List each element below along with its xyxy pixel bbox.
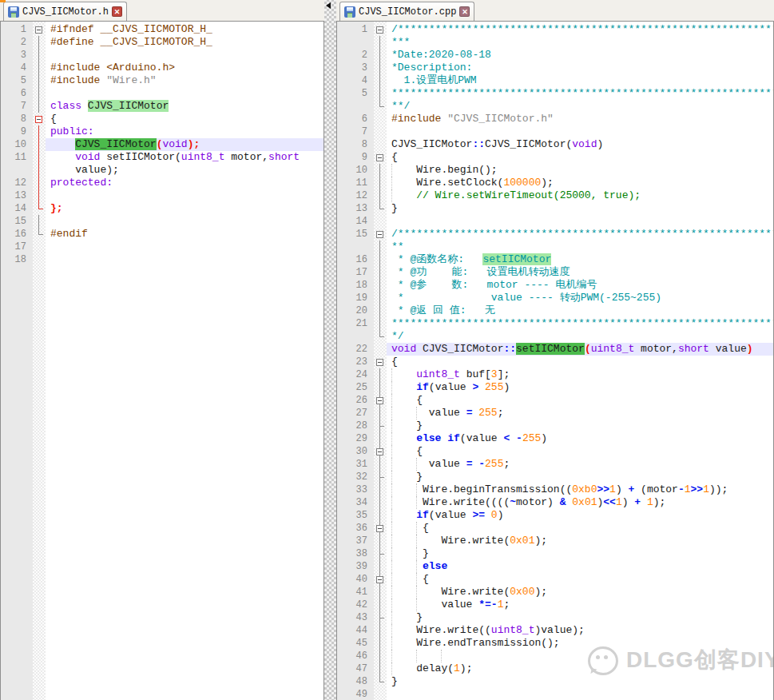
code-row[interactable]: 20 * @返 回 值: 无 (337, 304, 773, 317)
code-row[interactable]: 6#include "CJVS_IICMotor.h" (337, 113, 773, 125)
line-number[interactable]: 4 (1, 62, 33, 74)
line-number[interactable]: 20 (337, 304, 374, 317)
code-row[interactable]: 7 (337, 125, 773, 138)
code-line-text[interactable]: value = 255; (387, 407, 773, 420)
code-line-text[interactable]: */ (387, 330, 773, 343)
line-number[interactable]: 23 (337, 356, 374, 368)
code-row[interactable]: 18 (1, 253, 323, 266)
code-line-text[interactable]: Wire.setClock(100000); (387, 177, 773, 189)
line-number[interactable] (337, 241, 374, 253)
code-line-text[interactable]: 1.设置电机PWM (387, 74, 773, 87)
code-row[interactable]: 29 else if(value < -255) (337, 432, 773, 445)
line-number[interactable]: 14 (1, 202, 33, 215)
code-row[interactable]: 13} (337, 202, 773, 215)
line-number[interactable]: 16 (337, 253, 374, 266)
code-line-text[interactable]: /***************************************… (387, 23, 773, 36)
close-tab-icon[interactable]: ✕ (112, 6, 122, 17)
line-number[interactable]: 17 (1, 241, 33, 253)
line-number[interactable]: 18 (337, 279, 374, 292)
code-row[interactable]: 9{ (337, 151, 773, 164)
code-line-text[interactable]: } (387, 675, 773, 688)
line-number[interactable]: 15 (337, 228, 374, 241)
code-line-text[interactable]: Wire.begin(); (387, 164, 773, 177)
code-row[interactable]: 14}; (1, 202, 323, 215)
code-line-text[interactable]: // Wire.setWireTimeout(25000, true); (387, 189, 773, 202)
line-number[interactable]: 28 (337, 420, 374, 432)
line-number[interactable]: 3 (337, 62, 374, 74)
line-number[interactable]: 32 (337, 471, 374, 483)
code-line-text[interactable]: value = -255; (387, 458, 773, 471)
code-row[interactable]: 17 (1, 241, 323, 253)
line-number[interactable] (1, 164, 33, 177)
line-number[interactable]: 18 (1, 253, 33, 266)
fold-toggle-icon[interactable] (376, 26, 383, 34)
line-number[interactable]: 8 (337, 138, 374, 151)
code-area[interactable]: 1/**************************************… (337, 23, 773, 700)
line-number[interactable]: 5 (1, 74, 33, 87)
line-number[interactable]: 12 (1, 177, 33, 189)
code-row[interactable]: 14 (337, 215, 773, 228)
line-number[interactable]: 39 (337, 560, 374, 573)
line-number[interactable]: 17 (337, 266, 374, 279)
code-line-text[interactable] (46, 241, 323, 253)
line-number[interactable]: 1 (337, 23, 374, 36)
line-number[interactable]: 35 (337, 509, 374, 522)
line-number[interactable]: 12 (337, 189, 374, 202)
line-number[interactable]: 27 (337, 407, 374, 420)
line-number[interactable]: 46 (337, 650, 374, 662)
line-number[interactable]: 2 (337, 49, 374, 62)
code-row[interactable]: 43 } (337, 611, 773, 624)
code-row[interactable]: 2#define __CJVS_IICMOTOR_H_ (1, 36, 323, 49)
line-number[interactable]: 22 (337, 343, 374, 356)
code-line-text[interactable]: Wire.write(0x00); (387, 586, 773, 599)
line-number[interactable]: 48 (337, 675, 374, 688)
code-row[interactable]: 15/*************************************… (337, 228, 773, 241)
close-tab-icon[interactable]: ✕ (459, 6, 470, 17)
code-line-text[interactable]: value *=-1; (387, 599, 773, 611)
code-line-text[interactable]: #ifndef __CJVS_IICMOTOR_H_ (46, 23, 323, 36)
code-row[interactable]: 17 * @功 能: 设置电机转动速度 (337, 266, 773, 279)
code-row[interactable]: 38 } (337, 547, 773, 560)
code-line-text[interactable]: CJVS_IICMotor(void); (46, 138, 323, 151)
code-line-text[interactable]: /***************************************… (387, 228, 773, 241)
code-line-text[interactable]: { (387, 151, 773, 164)
line-number[interactable]: 5 (337, 87, 374, 100)
code-row[interactable]: 35 if(value >= 0) (337, 509, 773, 522)
code-row[interactable]: 13 (1, 189, 323, 202)
code-line-text[interactable] (46, 49, 323, 62)
code-row[interactable]: */ (337, 330, 773, 343)
code-row[interactable]: 24 uint8_t buf[3]; (337, 368, 773, 381)
code-line-text[interactable]: Wire.write((uint8_t)value); (387, 624, 773, 637)
line-number[interactable]: 44 (337, 624, 374, 637)
code-line-text[interactable] (46, 253, 323, 266)
line-number[interactable] (337, 100, 374, 113)
code-line-text[interactable]: #endif (46, 228, 323, 241)
code-row[interactable]: 34 Wire.write((((~motor) & 0x01)<<1) + 1… (337, 496, 773, 509)
line-number[interactable]: 9 (337, 151, 374, 164)
code-line-text[interactable]: ****************************************… (387, 317, 773, 330)
line-number[interactable]: 7 (1, 100, 33, 113)
line-number[interactable]: 25 (337, 381, 374, 394)
code-row[interactable]: 1/**************************************… (337, 23, 773, 36)
code-row[interactable]: 12protected: (1, 177, 323, 189)
code-row[interactable]: 3 (1, 49, 323, 62)
code-line-text[interactable] (46, 189, 323, 202)
fold-toggle-icon[interactable] (376, 448, 383, 455)
code-line-text[interactable]: } (387, 471, 773, 483)
code-line-text[interactable]: else (387, 560, 773, 573)
code-row[interactable]: 8{ (1, 113, 323, 125)
line-number[interactable]: 9 (1, 125, 33, 138)
code-row[interactable]: value); (1, 164, 323, 177)
code-line-text[interactable]: * @参 数: motor ---- 电机编号 (387, 279, 773, 292)
code-row[interactable]: 33 Wire.beginTransmission((0xb0>>1) + (m… (337, 483, 773, 496)
line-number[interactable]: 37 (337, 535, 374, 547)
code-row[interactable]: 4 1.设置电机PWM (337, 74, 773, 87)
code-line-text[interactable]: Wire.write((((~motor) & 0x01)<<1) + 1); (387, 496, 773, 509)
code-row[interactable]: 16#endif (1, 228, 323, 241)
line-number[interactable]: 10 (337, 164, 374, 177)
code-line-text[interactable]: #include "Wire.h" (46, 74, 323, 87)
line-number[interactable]: 15 (1, 215, 33, 228)
code-line-text[interactable]: value); (46, 164, 323, 177)
line-number[interactable]: 49 (337, 688, 374, 700)
code-line-text[interactable]: CJVS_IICMotor::CJVS_IICMotor(void) (387, 138, 773, 151)
